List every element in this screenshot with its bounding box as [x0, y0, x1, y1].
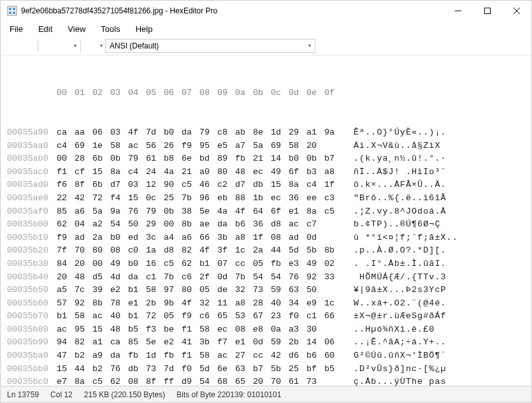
hex-bytes[interactable]: 2048d54ddac17bc62f0d7b5454769233	[57, 271, 342, 284]
hex-byte[interactable]: 06	[324, 336, 342, 349]
hex-byte[interactable]: ec	[253, 166, 271, 179]
hex-byte[interactable]: b2	[75, 349, 92, 363]
hex-byte[interactable]: 14	[271, 152, 289, 166]
hex-byte[interactable]: 65	[217, 310, 235, 323]
hex-byte[interactable]: 5a	[253, 140, 271, 153]
hex-byte[interactable]: 15	[271, 179, 289, 192]
hex-byte[interactable]: 54	[253, 271, 271, 284]
hex-byte[interactable]: b0	[164, 126, 182, 140]
hex-byte[interactable]: ab	[235, 126, 253, 140]
hex-ascii[interactable]: Êª..O}°ÚyÈ«..)¡.	[342, 126, 447, 140]
hex-byte[interactable]: e5	[217, 140, 235, 153]
hex-byte[interactable]: 9a	[324, 126, 342, 140]
hex-byte[interactable]: db	[128, 363, 146, 376]
hex-editor[interactable]: 000102030405060708090a0b0c0d0e0f 00035a9…	[1, 55, 531, 386]
hex-byte[interactable]: 34	[289, 297, 306, 311]
hex-byte[interactable]: 48	[75, 271, 92, 284]
hex-bytes[interactable]: 9482a1ca855ee2413bf7e10d592b1406	[57, 336, 342, 349]
hex-byte[interactable]: 7b	[164, 271, 182, 284]
hex-byte[interactable]: 50	[128, 218, 146, 231]
hex-byte[interactable]: 0c	[146, 192, 164, 205]
hex-ascii[interactable]: ±X¬@±r.ùÆeSg#ðÁf	[342, 310, 447, 323]
hex-byte[interactable]: a3	[289, 323, 306, 337]
hex-byte[interactable]: fb	[235, 152, 253, 166]
hex-byte[interactable]: 73	[306, 376, 324, 386]
hex-byte[interactable]: 2b	[289, 336, 306, 349]
hex-byte[interactable]: ad	[289, 231, 306, 245]
hex-ascii[interactable]: "Brô..%{.ë..ì6îÃ	[342, 192, 447, 205]
hex-byte[interactable]: 54	[271, 271, 289, 284]
hex-byte[interactable]: 97	[164, 284, 182, 297]
hex-byte[interactable]: 02	[324, 258, 342, 271]
hex-byte[interactable]: 06	[92, 126, 110, 140]
hex-byte[interactable]: e1	[235, 336, 253, 349]
hex-byte[interactable]: 79	[199, 126, 217, 140]
hex-byte[interactable]: 44	[75, 363, 92, 376]
save-button[interactable]	[20, 39, 34, 53]
hex-byte[interactable]: ac	[92, 310, 110, 323]
hex-byte[interactable]: 49	[271, 166, 289, 179]
hex-byte[interactable]: 1c	[324, 297, 342, 311]
hex-byte[interactable]: 6f	[271, 205, 289, 219]
hex-byte[interactable]: a8	[235, 231, 253, 245]
hex-byte[interactable]: bf	[306, 363, 324, 376]
hex-byte[interactable]: ac	[289, 218, 306, 231]
hex-byte[interactable]: be	[164, 323, 182, 337]
hex-ascii[interactable]: .D²vÛs}ð]nc·[%¿µ	[342, 363, 447, 376]
hex-byte[interactable]: 6e	[217, 363, 235, 376]
hex-byte[interactable]: 2b	[146, 297, 164, 311]
hex-byte[interactable]: 08	[235, 323, 253, 337]
hex-byte[interactable]: b0	[110, 231, 128, 245]
hex-byte[interactable]: 58	[289, 140, 306, 153]
hex-byte[interactable]: 00	[164, 218, 182, 231]
folder-button[interactable]	[85, 39, 99, 53]
minimize-button[interactable]	[443, 1, 473, 21]
hex-bytes[interactable]: c4691e58ac5626f995e5a75a695820	[57, 140, 342, 153]
hex-byte[interactable]: ad	[75, 231, 92, 245]
hex-byte[interactable]: 46	[199, 179, 217, 192]
hex-byte[interactable]: 25	[164, 192, 182, 205]
hex-byte[interactable]: 85	[57, 205, 75, 219]
hex-byte[interactable]: f3	[146, 323, 164, 337]
hex-byte[interactable]: f7	[217, 336, 235, 349]
hex-byte[interactable]: e8	[253, 323, 271, 337]
hex-byte[interactable]: 60	[324, 349, 342, 363]
hex-byte[interactable]: 64	[253, 205, 271, 219]
hex-byte[interactable]: e2	[110, 284, 128, 297]
hex-byte[interactable]: f6	[57, 179, 75, 192]
hex-ascii[interactable]: W..xá+.O2.¨(@4é.	[342, 297, 447, 311]
hex-byte[interactable]: 24	[146, 166, 164, 179]
hex-byte[interactable]: 5a	[92, 205, 110, 219]
hex-byte[interactable]: ff	[164, 376, 182, 386]
hex-byte[interactable]: c1	[306, 310, 324, 323]
hex-byte[interactable]: b6	[306, 349, 324, 363]
hex-byte[interactable]: 39	[92, 284, 110, 297]
hex-byte[interactable]: 5b	[306, 244, 324, 258]
hex-byte[interactable]: a9	[92, 349, 110, 363]
hex-byte[interactable]: 38	[182, 205, 199, 219]
hex-byte[interactable]: 5d	[289, 244, 306, 258]
menu-file[interactable]: File	[10, 24, 23, 34]
hex-byte[interactable]: a7	[235, 140, 253, 153]
hex-byte[interactable]: 90	[164, 179, 182, 192]
hex-byte[interactable]: 25	[289, 363, 306, 376]
hex-byte[interactable]: 69	[271, 140, 289, 153]
hex-byte[interactable]: 2f	[199, 271, 217, 284]
hex-bytes[interactable]: 85a65a9a76790b385e4a4f646fe18ac5	[57, 205, 342, 219]
hex-byte[interactable]: 4f	[235, 205, 253, 219]
hex-byte[interactable]: 3c	[146, 231, 164, 245]
hex-byte[interactable]: 47	[57, 349, 75, 363]
hex-byte[interactable]: c4	[57, 140, 75, 153]
hex-byte[interactable]: 80	[217, 166, 235, 179]
hex-ascii[interactable]: HÕMÚÁ{Æ/.{TTv.3	[342, 271, 447, 284]
hex-byte[interactable]: 0b	[306, 152, 324, 166]
hex-byte[interactable]: 7b	[182, 192, 199, 205]
hex-byte[interactable]: 88	[235, 192, 253, 205]
hex-byte[interactable]: 08	[271, 231, 289, 245]
hex-byte[interactable]: 7d	[164, 363, 182, 376]
hex-byte[interactable]: 20	[253, 376, 271, 386]
hex-byte[interactable]: c4	[128, 166, 146, 179]
hex-byte[interactable]: 6f	[289, 166, 306, 179]
hex-byte[interactable]: 21	[253, 152, 271, 166]
hex-byte[interactable]: 66	[199, 231, 217, 245]
